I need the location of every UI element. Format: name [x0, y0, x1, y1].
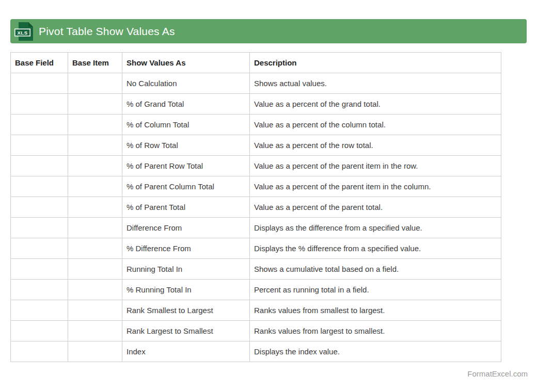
table-row: % of Parent TotalValue as a percent of t…	[11, 197, 501, 218]
table-cell	[68, 280, 122, 300]
table-row: % Running Total InPercent as running tot…	[11, 280, 501, 300]
table-cell	[68, 73, 122, 94]
page: XLS Pivot Table Show Values As Base Fiel…	[0, 0, 537, 392]
table-cell: % of Column Total	[122, 115, 250, 135]
table-row: Rank Largest to SmallestRanks values fro…	[11, 321, 501, 341]
table-cell: Rank Smallest to Largest	[122, 300, 250, 321]
table-cell: % Running Total In	[122, 280, 250, 300]
table-header-row: Base FieldBase ItemShow Values AsDescrip…	[11, 53, 501, 73]
table-cell	[11, 197, 68, 218]
table-cell: Running Total In	[122, 259, 250, 280]
table-row: Running Total InShows a cumulative total…	[11, 259, 501, 280]
table-cell: Ranks values from smallest to largest.	[250, 300, 501, 321]
column-header: Show Values As	[122, 53, 250, 73]
table-row: Difference FromDisplays as the differenc…	[11, 218, 501, 238]
table-cell: Displays as the difference from a specif…	[250, 218, 501, 238]
table-cell	[11, 259, 68, 280]
table-cell	[11, 321, 68, 341]
table-cell: Value as a percent of the parent total.	[250, 197, 501, 218]
column-header: Base Item	[68, 53, 122, 73]
table-row: % Difference FromDisplays the % differen…	[11, 238, 501, 259]
footer-credit[interactable]: FormatExcel.com	[467, 369, 528, 378]
table-row: IndexDisplays the index value.	[11, 341, 501, 362]
table-cell: No Calculation	[122, 73, 250, 94]
xls-file-icon: XLS	[14, 22, 34, 41]
table-cell: Value as a percent of the row total.	[250, 135, 501, 156]
table-row: % of Column TotalValue as a percent of t…	[11, 115, 501, 135]
title-bar: XLS Pivot Table Show Values As	[10, 19, 527, 43]
table-cell: Value as a percent of the column total.	[250, 115, 501, 135]
table-row: % of Grand TotalValue as a percent of th…	[11, 94, 501, 115]
svg-text:XLS: XLS	[18, 29, 28, 35]
table-cell: % of Parent Column Total	[122, 176, 250, 197]
table-cell	[68, 115, 122, 135]
table-cell	[11, 341, 68, 362]
table-row: Rank Smallest to LargestRanks values fro…	[11, 300, 501, 321]
table-cell: % of Parent Row Total	[122, 156, 250, 176]
table-row: No CalculationShows actual values.	[11, 73, 501, 94]
table-cell	[11, 156, 68, 176]
table-cell: Value as a percent of the parent item in…	[250, 156, 501, 176]
table-cell: Shows actual values.	[250, 73, 501, 94]
table-cell	[68, 197, 122, 218]
table-cell: Rank Largest to Smallest	[122, 321, 250, 341]
column-header: Base Field	[11, 53, 68, 73]
table-cell	[11, 176, 68, 197]
footer: FormatExcel.com	[10, 369, 528, 379]
table-cell	[11, 218, 68, 238]
table-cell: % of Row Total	[122, 135, 250, 156]
table-row: % of Parent Row TotalValue as a percent …	[11, 156, 501, 176]
table-cell	[68, 135, 122, 156]
table-cell: % of Parent Total	[122, 197, 250, 218]
table-cell	[68, 259, 122, 280]
table-cell	[68, 300, 122, 321]
table-cell: Value as a percent of the parent item in…	[250, 176, 501, 197]
table-cell	[68, 156, 122, 176]
table-cell: Percent as running total in a field.	[250, 280, 501, 300]
table-cell	[68, 94, 122, 115]
table-cell	[11, 94, 68, 115]
table-cell: Displays the index value.	[250, 341, 501, 362]
table-cell	[11, 135, 68, 156]
table-cell: % of Grand Total	[122, 94, 250, 115]
table-cell: Index	[122, 341, 250, 362]
table-cell	[68, 238, 122, 259]
table-cell: Value as a percent of the grand total.	[250, 94, 501, 115]
table-row: % of Parent Column TotalValue as a perce…	[11, 176, 501, 197]
table-cell: Ranks values from largest to smallest.	[250, 321, 501, 341]
values-table: Base FieldBase ItemShow Values AsDescrip…	[10, 52, 501, 362]
table-body: No CalculationShows actual values.% of G…	[11, 73, 501, 362]
page-title: Pivot Table Show Values As	[39, 25, 175, 38]
table-cell	[11, 73, 68, 94]
table-cell	[11, 238, 68, 259]
column-header: Description	[250, 53, 501, 73]
table-cell	[68, 321, 122, 341]
table-cell	[68, 176, 122, 197]
table-cell	[11, 280, 68, 300]
table-cell	[68, 341, 122, 362]
table-cell: Shows a cumulative total based on a fiel…	[250, 259, 501, 280]
table-cell: Difference From	[122, 218, 250, 238]
table-cell	[11, 115, 68, 135]
table-cell	[68, 218, 122, 238]
table-cell: % Difference From	[122, 238, 250, 259]
table-cell	[11, 300, 68, 321]
table-row: % of Row TotalValue as a percent of the …	[11, 135, 501, 156]
table-cell: Displays the % difference from a specifi…	[250, 238, 501, 259]
